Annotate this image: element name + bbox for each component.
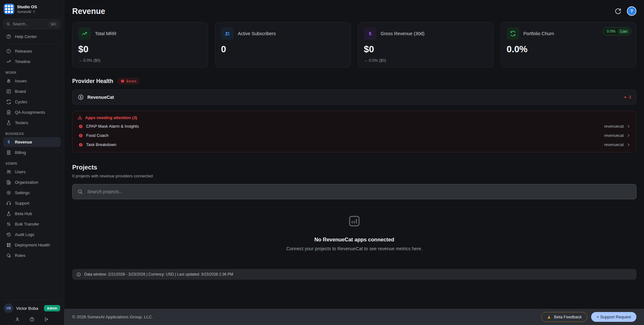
sidebar-item-audit-logs[interactable]: Audit Logs bbox=[3, 230, 61, 239]
projects-title: Projects bbox=[72, 164, 636, 171]
attention-app-row-food-coach[interactable]: Food Coachrevenuecat bbox=[78, 132, 631, 138]
app-provider-label: revenuecat bbox=[604, 133, 624, 138]
flask-icon bbox=[6, 120, 11, 125]
chevron-right-icon bbox=[627, 124, 630, 128]
users-icon bbox=[6, 169, 11, 175]
app-provider-label: revenuecat bbox=[604, 124, 624, 129]
user-row[interactable]: VB Victor Boba Admin bbox=[3, 303, 61, 313]
history-icon bbox=[6, 232, 11, 237]
dollar-circle-icon: $ bbox=[78, 94, 84, 100]
sidebar-item-board[interactable]: Board bbox=[3, 86, 61, 96]
beta-feedback-button[interactable]: Beta Feedback bbox=[541, 312, 587, 322]
warning-triangle-icon bbox=[78, 115, 82, 120]
sidebar-item-billing[interactable]: Billing bbox=[3, 148, 61, 157]
sidebar-item-releases[interactable]: Releases bbox=[3, 46, 61, 56]
metric-trend: → 0.0% ($0) bbox=[78, 58, 202, 63]
sidebar-item-label: Support bbox=[15, 201, 29, 206]
sidebar-item-help-center[interactable]: Help Center bbox=[3, 32, 61, 41]
error-dot-icon bbox=[121, 79, 124, 83]
sidebar-item-label: Releases bbox=[15, 49, 32, 54]
help-icon[interactable] bbox=[29, 317, 35, 322]
sidebar-item-beta-hub[interactable]: Beta Hub bbox=[3, 209, 61, 219]
person-icon[interactable] bbox=[15, 317, 20, 322]
sidebar-item-label: QA Assignments bbox=[15, 110, 45, 115]
attention-title-text: Apps needing attention (3) bbox=[85, 115, 137, 120]
sidebar-item-cycles[interactable]: Cycles bbox=[3, 97, 61, 107]
help-button[interactable]: ? bbox=[627, 6, 636, 16]
user-area: VB Victor Boba Admin bbox=[3, 300, 61, 322]
errors-badge: Errors bbox=[117, 78, 140, 85]
sidebar-section-work: WORK bbox=[5, 71, 59, 74]
footer: © 2026 SomexAI Applications Group, LLC. … bbox=[64, 309, 644, 325]
metric-card-total-mrr: Total MRR$0→ 0.0% ($0) bbox=[72, 22, 208, 67]
churn-level: Low bbox=[618, 29, 629, 34]
refresh-icon[interactable] bbox=[614, 7, 622, 15]
sidebar-item-label: Cycles bbox=[15, 99, 27, 104]
brand[interactable]: Studio OS SomexAI bbox=[3, 3, 61, 15]
projects-search-input[interactable] bbox=[87, 189, 631, 194]
sidebar-item-qa-assignments[interactable]: QA Assignments bbox=[3, 107, 61, 117]
attention-apps: CPAP Mask Alarm & InsightsrevenuecatFood… bbox=[78, 123, 631, 148]
projects-subtitle: 0 projects with revenue providers connec… bbox=[72, 174, 636, 178]
app-name: Task Breakdown bbox=[86, 142, 116, 147]
sidebar-nav: Help CenterReleasesTimelineWORKIssuesBoa… bbox=[3, 32, 61, 300]
bug-icon bbox=[6, 78, 11, 84]
provider-error-count: 3 bbox=[624, 95, 631, 99]
org-name: SomexAI bbox=[17, 10, 31, 14]
sidebar-item-support[interactable]: Support bbox=[3, 198, 61, 208]
bar-chart-icon bbox=[348, 214, 361, 228]
copyright: © 2026 SomexAI Applications Group, LLC. bbox=[72, 315, 153, 319]
logout-icon[interactable] bbox=[44, 317, 49, 322]
search-icon bbox=[77, 189, 83, 195]
sidebar-item-label: Bulk Transfer bbox=[15, 222, 39, 226]
beta-feedback-label: Beta Feedback bbox=[554, 315, 582, 319]
attention-app-row-task-breakdown[interactable]: Task Breakdownrevenuecat bbox=[78, 142, 631, 148]
sidebar-item-testers[interactable]: Testers bbox=[3, 118, 61, 128]
sidebar-item-label: Issues bbox=[15, 79, 27, 83]
attention-app-row-cpap-mask-alarm-insights[interactable]: CPAP Mask Alarm & Insightsrevenuecat bbox=[78, 123, 631, 129]
sidebar-item-roles[interactable]: Roles bbox=[3, 251, 61, 260]
users-filled-icon bbox=[224, 30, 230, 37]
sidebar-item-revenue[interactable]: $Revenue bbox=[3, 137, 61, 147]
svg-text:$: $ bbox=[8, 140, 10, 144]
building-icon bbox=[6, 180, 11, 185]
chevron-right-icon bbox=[627, 143, 630, 147]
red-dot-icon bbox=[624, 96, 627, 99]
headset-icon bbox=[6, 201, 11, 206]
sidebar-item-label: Roles bbox=[15, 253, 25, 258]
sidebar: Studio OS SomexAI ⌘K Help CenterReleases… bbox=[0, 0, 64, 325]
alert-badge-icon bbox=[6, 48, 11, 54]
chevrons-up-down-icon bbox=[32, 10, 36, 13]
sidebar-item-organization[interactable]: Organization bbox=[3, 177, 61, 187]
sidebar-item-label: Revenue bbox=[15, 140, 32, 144]
sidebar-item-settings[interactable]: Settings bbox=[3, 188, 61, 198]
org-switcher[interactable]: SomexAI bbox=[17, 10, 37, 14]
support-request-button[interactable]: + Support Request bbox=[591, 312, 636, 322]
sidebar-item-label: Board bbox=[15, 89, 26, 94]
projects-search[interactable] bbox=[72, 184, 636, 199]
sync-icon bbox=[510, 30, 516, 37]
metric-trend: → 0.0% ($0) bbox=[364, 58, 488, 63]
sidebar-search[interactable]: ⌘K bbox=[3, 19, 61, 29]
metric-card-active-subscribers: Active Subscribers0 bbox=[215, 22, 351, 67]
churn-pct: 0.0% bbox=[607, 29, 615, 34]
sidebar-search-input[interactable] bbox=[13, 22, 47, 26]
info-icon bbox=[76, 272, 81, 277]
churn-level-badge: 0.0%Low bbox=[603, 27, 631, 35]
clipboard-icon bbox=[6, 110, 11, 115]
help-circle-icon bbox=[6, 34, 11, 39]
sidebar-item-issues[interactable]: Issues bbox=[3, 76, 61, 86]
sidebar-item-timeline[interactable]: Timeline bbox=[3, 57, 61, 67]
avatar[interactable]: VB bbox=[4, 303, 13, 313]
provider-name: RevenueCat bbox=[87, 95, 114, 100]
metric-card-portfolio-churn: Portfolio Churn0.0%0.0%Low bbox=[501, 22, 636, 67]
sidebar-item-users[interactable]: Users bbox=[3, 167, 61, 177]
sidebar-item-label: Audit Logs bbox=[15, 232, 34, 237]
sidebar-item-bulk-transfer[interactable]: Bulk Transfer bbox=[3, 219, 61, 229]
alert-icon bbox=[79, 133, 83, 138]
attention-title: Apps needing attention (3) bbox=[78, 115, 631, 120]
provider-revenuecat-row[interactable]: $ RevenueCat 3 bbox=[72, 90, 636, 105]
sidebar-item-deployment-health[interactable]: Deployment Health bbox=[3, 240, 61, 250]
alert-icon bbox=[79, 124, 83, 129]
metric-value: 0.0% bbox=[507, 44, 630, 54]
